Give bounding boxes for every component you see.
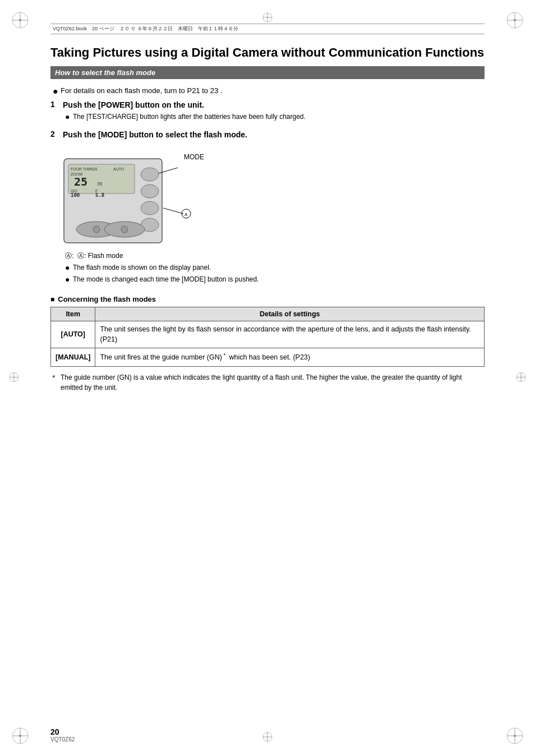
intro-bullet-text: For details on each flash mode, turn to … — [61, 86, 222, 96]
top-crosshair — [261, 11, 274, 25]
table-row: [AUTO] The unit senses the light by its … — [51, 321, 485, 348]
svg-point-34 — [141, 185, 159, 198]
svg-point-15 — [514, 735, 516, 737]
table-col-details: Details of settings — [95, 307, 485, 321]
left-crosshair — [8, 371, 20, 385]
after-bullet-1-text: The flash mode is shown on the display p… — [73, 263, 211, 273]
step-1-sub-1: ● The [TEST/CHARGE] button lights after … — [63, 112, 485, 122]
svg-text:AUTO: AUTO — [113, 167, 124, 171]
corner-mark-tl — [10, 10, 30, 30]
svg-point-35 — [141, 201, 159, 215]
svg-text:25: 25 — [74, 175, 87, 188]
step-1-sub-1-text: The [TEST/CHARGE] button lights after th… — [73, 112, 306, 122]
top-bar-text: VQT0Z62.book 20 ページ ２０ ０ ６年６月２２日 木曜日 午前１… — [53, 25, 238, 33]
svg-point-40 — [121, 226, 128, 233]
table-cell-item-0: [AUTO] — [51, 321, 95, 348]
svg-point-3 — [19, 19, 21, 21]
corner-mark-br — [505, 726, 525, 746]
camera-diagram-wrapper: MODE FOUR THIRDS AUTO ZOOM 25 — [63, 146, 209, 245]
corner-mark-tr — [505, 10, 525, 30]
step-2-content: Push the [MODE] button to select the fla… — [63, 130, 485, 287]
footnote-star: ＊ — [50, 372, 58, 382]
page-number: 20 — [50, 727, 75, 736]
svg-point-39 — [93, 226, 100, 233]
step-1-title: Push the [POWER] button on the unit. — [63, 100, 485, 110]
step-1-number: 1 — [50, 100, 63, 109]
svg-line-41 — [163, 208, 183, 214]
svg-text:m: m — [98, 181, 102, 187]
corner-mark-bl — [10, 726, 30, 746]
svg-point-33 — [141, 168, 159, 181]
after-diagram-bullet-2: ● The mode is changed each time the [MOD… — [63, 275, 485, 284]
page-title: Taking Pictures using a Digital Camera w… — [50, 45, 485, 61]
camera-diagram: MODE FOUR THIRDS AUTO ZOOM 25 — [63, 146, 485, 245]
page-footer: 20 VQT0Z62 — [50, 727, 75, 743]
step-1-content: Push the [POWER] button on the unit. ● T… — [63, 100, 485, 124]
sub-bullet-icon: ● — [65, 112, 73, 121]
flash-modes-table: Item Details of settings [AUTO] The unit… — [50, 307, 485, 367]
table-cell-item-1: [MANUAL] — [51, 348, 95, 367]
svg-point-7 — [514, 19, 516, 21]
table-col-item: Item — [51, 307, 95, 321]
step-2: 2 Push the [MODE] button to select the f… — [50, 130, 485, 287]
camera-svg: FOUR THIRDS AUTO ZOOM 25 m ISO 100 F 5.8 — [63, 158, 197, 253]
svg-text:A: A — [185, 212, 188, 217]
section-header: How to select the flash mode — [50, 66, 485, 79]
bottom-crosshair — [261, 731, 274, 745]
sub-bullet-icon-2: ● — [65, 263, 73, 272]
page-code: VQT0Z62 — [50, 736, 75, 743]
table-heading: Concerning the flash modes — [50, 295, 485, 303]
footnote: ＊ The guide number (GN) is a value which… — [50, 372, 485, 393]
page: VQT0Z62.book 20 ページ ２０ ０ ６年６月２２日 木曜日 午前１… — [0, 0, 535, 756]
svg-point-11 — [19, 735, 21, 737]
svg-text:100: 100 — [71, 192, 80, 198]
table-row: [MANUAL] The unit fires at the guide num… — [51, 348, 485, 367]
table-cell-details-0: The unit senses the light by its flash s… — [95, 321, 485, 348]
step-2-number: 2 — [50, 130, 63, 139]
table-section: Concerning the flash modes Item Details … — [50, 295, 485, 393]
svg-text:FOUR THIRDS: FOUR THIRDS — [71, 167, 98, 171]
footnote-text: The guide number (GN) is a value which i… — [61, 372, 485, 393]
after-bullet-2-text: The mode is changed each time the [MODE]… — [73, 275, 259, 284]
sub-bullet-icon-3: ● — [65, 275, 73, 284]
step-2-title: Push the [MODE] button to select the fla… — [63, 130, 485, 140]
after-diagram-bullet-1: ● The flash mode is shown on the display… — [63, 263, 485, 273]
right-crosshair — [515, 371, 527, 385]
intro-bullet: ● For details on each flash mode, turn t… — [50, 86, 485, 96]
main-content: Taking Pictures using a Digital Camera w… — [50, 39, 485, 711]
table-cell-details-1: The unit fires at the guide number (GN)＊… — [95, 348, 485, 367]
bullet-icon: ● — [53, 86, 61, 96]
step-1: 1 Push the [POWER] button on the unit. ●… — [50, 100, 485, 124]
svg-text:5.8: 5.8 — [95, 192, 104, 198]
